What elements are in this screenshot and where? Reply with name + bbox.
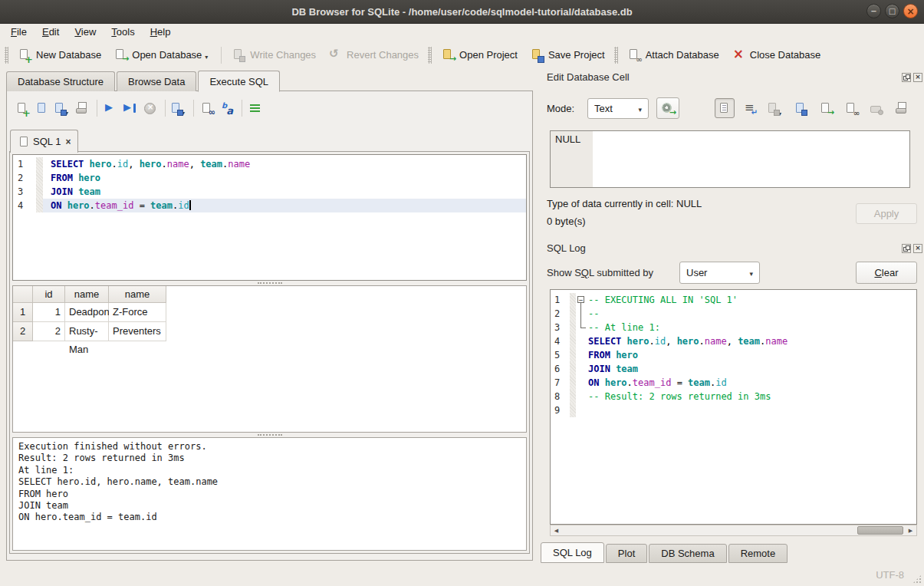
menu-edit[interactable]: Edit [35,23,67,41]
line-number: 8 [551,390,570,403]
auto-switch-mode-button[interactable] [656,97,679,119]
execution-message[interactable]: Execution finished without errors. Resul… [12,437,527,551]
text-cursor [189,200,191,210]
column-header[interactable]: id [33,286,65,303]
save-results-button[interactable] [169,99,188,117]
execute-all-button[interactable] [101,99,120,117]
close-panel-icon[interactable] [913,244,922,253]
stop-icon [143,102,157,115]
clear-log-button[interactable]: Clear [856,262,917,284]
export-data-button[interactable] [816,98,836,118]
table-cell[interactable]: Preventers [109,322,166,341]
dock-tab-plot[interactable]: Plot [606,544,647,563]
close-button[interactable]: × [903,4,918,18]
log-line: 6JOIN team [551,362,916,376]
fold-margin [570,321,576,334]
stop-execution-button [141,99,159,117]
corner-header-cell[interactable] [13,286,33,303]
menu-help[interactable]: Help [143,23,179,41]
horizontal-scrollbar[interactable] [550,525,917,536]
fold-margin [36,171,43,185]
table-cell[interactable]: Rusty-Man [65,322,109,341]
open-sql-file-button[interactable] [33,99,51,117]
open-project-button[interactable]: Open Project [435,44,524,65]
cell-editor[interactable]: NULL [550,130,910,188]
menu-view[interactable]: View [67,23,104,41]
dock-tab-db-schema[interactable]: DB Schema [649,544,726,563]
close-tab-icon[interactable]: × [65,137,71,147]
code-line-text: -- At line 1: [588,321,916,334]
minimize-button[interactable]: − [866,4,881,18]
print-sql-button[interactable] [73,99,91,117]
row-number-cell[interactable]: 1 [13,303,33,322]
toolbar-separator [193,100,194,117]
title-bar[interactable]: DB Browser for SQLite - /home/user/code/… [0,0,924,24]
menu-file[interactable]: File [3,23,35,41]
scroll-right-icon[interactable] [905,525,916,535]
save-sql-icon [53,102,67,115]
maximize-button[interactable]: □ [885,4,899,18]
code-line-text: ON hero.team_id = team.id [43,199,526,212]
sql-log-view[interactable]: 1-- EXECUTING ALL IN 'SQL 1'2--3-- At li… [550,289,917,525]
row-number-cell[interactable]: 2 [13,322,33,341]
text-view-button[interactable] [715,98,735,118]
attach-database-button[interactable]: Attach Database [621,44,725,65]
fold-margin [36,185,43,199]
dock-tab-sql-log[interactable]: SQL Log [541,542,604,563]
editor-line[interactable]: 1SELECT hero.id, hero.name, team.name [13,157,526,171]
save-project-button[interactable]: Save Project [524,44,611,65]
import-data-button[interactable] [791,98,811,118]
mode-select[interactable]: Text [587,98,649,119]
menu-tools[interactable]: Tools [104,23,142,41]
scroll-left-icon[interactable] [551,525,562,535]
tab-execute-sql[interactable]: Execute SQL [198,71,280,92]
fold-margin [570,293,576,307]
table-cell[interactable]: 1 [33,303,65,322]
new-database-button[interactable]: New Database [12,44,107,65]
word-wrap-button[interactable] [740,98,760,118]
resize-grip[interactable] [912,574,922,584]
save-sql-file-button[interactable] [53,99,71,117]
line-number: 7 [551,376,570,390]
table-cell[interactable]: Z-Force [109,303,166,322]
tab-browse-data[interactable]: Browse Data [117,71,196,91]
chevron-down-icon [743,267,753,278]
copy-link-button[interactable] [841,98,861,118]
sql-editor[interactable]: 1SELECT hero.id, hero.name, team.name2FR… [12,154,527,281]
tab-database-structure[interactable]: Database Structure [6,71,115,91]
undock-icon[interactable] [902,244,911,253]
column-header[interactable]: name [65,286,109,303]
auto-format-button[interactable] [218,99,236,117]
sql-file-tab[interactable]: SQL 1 × [10,130,78,153]
set-null-button [866,98,886,118]
open-database-button[interactable]: Open Database [107,44,217,65]
table-cell[interactable]: Deadpond [65,303,109,322]
open-sql-tab-button[interactable] [13,99,31,117]
open-project-button-label: Open Project [459,49,518,61]
format-icon [220,102,234,115]
dock-tab-remote[interactable]: Remote [728,544,788,563]
execute-sql-pane: SQL 1 × 1SELECT hero.id, hero.name, team… [6,91,533,561]
editor-line[interactable]: 2FROM hero [13,171,526,185]
column-header[interactable]: name [109,286,166,303]
code-line-text: JOIN team [43,185,526,199]
fold-column [576,390,588,403]
indent-button[interactable] [246,99,265,117]
code-line-text: FROM hero [588,348,916,362]
undock-icon[interactable] [902,73,911,82]
scrollbar-thumb[interactable] [857,526,903,535]
execute-current-line-button[interactable] [121,99,140,117]
editor-line[interactable]: 4ON hero.team_id = team.id [13,199,526,212]
gear-import-icon [661,102,675,115]
log-source-select[interactable]: User [679,262,760,284]
fold-marker-icon[interactable] [576,293,588,307]
open-database-button-dropdown-icon[interactable] [205,50,211,61]
close-database-button[interactable]: Close Database [725,44,827,65]
table-cell[interactable]: 2 [33,322,65,341]
print-cell-button[interactable] [892,98,912,118]
close-panel-icon[interactable] [913,73,922,82]
find-button[interactable] [198,99,216,117]
results-grid[interactable]: idnamename11DeadpondZ-Force22Rusty-ManPr… [12,285,527,433]
editor-line[interactable]: 3JOIN team [13,185,526,199]
window-title: DB Browser for SQLite - /home/user/code/… [291,6,632,18]
